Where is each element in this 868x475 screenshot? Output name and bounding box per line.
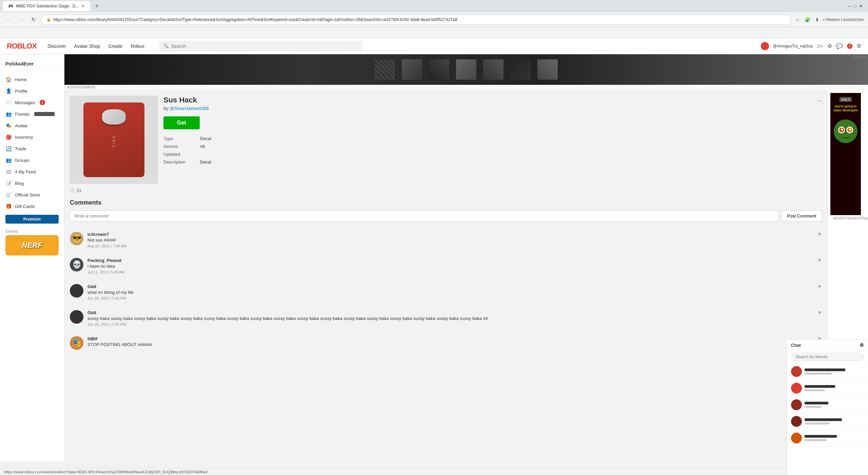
report-ad-link[interactable]: Report xyxy=(854,55,865,59)
comment-body: Packing_Peanut i have no idea Jul 11, 20… xyxy=(87,258,813,274)
svg-point-6 xyxy=(849,129,851,131)
sidebar-home-label: Home xyxy=(15,77,27,82)
comment-flag-icon[interactable]: ⚑ xyxy=(817,258,822,263)
back-button[interactable]: ← xyxy=(4,15,14,24)
comment-flag-icon[interactable]: ⚑ xyxy=(817,310,822,316)
download-icon[interactable]: ⬇ xyxy=(814,16,821,24)
header-more-icon[interactable]: ⚙ xyxy=(856,43,861,49)
comment-username[interactable]: Gdd xyxy=(87,310,813,315)
product-meta: Type Decal Genres All Updated Descriptio… xyxy=(163,136,822,165)
close-window-button[interactable]: ✕ xyxy=(859,4,863,8)
sidebar-item-avatar[interactable]: 🎭 Avatar xyxy=(0,120,64,131)
sidebar-item-official-store[interactable]: 🛒 Official Store xyxy=(0,189,64,201)
sidebar-item-groups[interactable]: 👥 Groups xyxy=(0,154,64,166)
sidebar-gift-cards-label: Gift Cards xyxy=(15,204,35,209)
header-username[interactable]: @AmogusTru_mpSus xyxy=(773,44,813,49)
status-bar: https://www.roblox.com/users/redirect?da… xyxy=(0,468,787,475)
nav-discover[interactable]: Discover xyxy=(47,43,66,49)
nerf-banner[interactable]: NERF xyxy=(5,235,59,255)
chat-item[interactable] xyxy=(787,397,868,413)
comment-flag-icon[interactable]: ⚑ xyxy=(817,284,822,289)
genres-label: Genres xyxy=(163,144,197,149)
sidebar-item-messages[interactable]: ✉️ Messages 1 xyxy=(0,97,64,108)
chat-item[interactable] xyxy=(787,430,868,446)
comment-item: litBif STOP POSTING ABOUT ###### ⚑ xyxy=(70,331,822,355)
nav-create[interactable]: Create xyxy=(108,43,122,49)
sidebar-friends-label: Friends xyxy=(15,112,29,117)
product-layout: FIRE ☆ 21 Sus Hack By @SmartJames53 xyxy=(64,90,827,199)
new-tab-button[interactable]: + xyxy=(92,1,102,11)
doom-title: you're going to super doomspire xyxy=(833,104,858,112)
comment-body: Gdd sussy baka sussy baka sussy baka sus… xyxy=(87,310,813,326)
address-bar[interactable]: 🔒 https://www.roblox.com/library/6445543… xyxy=(41,15,791,25)
sidebar-profile-label: Profile xyxy=(15,89,27,94)
star-icon: ☆ xyxy=(70,187,75,194)
chat-item[interactable] xyxy=(787,363,868,380)
sidebar-trade-label: Trade xyxy=(15,146,26,151)
sidebar-item-friends[interactable]: 👥 Friends xyxy=(0,108,64,120)
right-ad-content[interactable]: play it you're going to super doomspire xyxy=(830,93,861,215)
ad-footer-report[interactable]: Report xyxy=(862,216,868,220)
doom-character xyxy=(832,118,859,145)
bookmark-icon[interactable]: ☆ xyxy=(794,16,801,24)
sidebar-item-inventory[interactable]: 🎒 Inventory xyxy=(0,131,64,143)
url-text: https://www.roblox.com/library/644554315… xyxy=(53,17,457,22)
minimize-button[interactable]: ─ xyxy=(848,4,851,8)
ad-label: ADVERTISEMENT xyxy=(67,86,96,89)
header-chat-icon[interactable]: 💬 xyxy=(836,43,843,49)
tab-title: MMD PDX Satisfaction Stage : D... xyxy=(16,4,79,8)
nav-robux[interactable]: Robux xyxy=(131,43,144,49)
extensions-icon[interactable]: 🧩 xyxy=(803,16,812,24)
blog-icon: 📝 xyxy=(5,180,12,186)
sidebar-premium-button[interactable]: Premium xyxy=(5,215,59,224)
forward-button[interactable]: → xyxy=(16,15,26,24)
chat-info xyxy=(805,435,861,441)
header-settings-icon[interactable]: ⚙ xyxy=(827,43,832,49)
chat-item[interactable] xyxy=(787,380,868,397)
get-button[interactable]: Get xyxy=(163,116,200,129)
sidebar-item-home[interactable]: 🏠 Home xyxy=(0,74,64,85)
main-layout: Polska4Ever 🏠 Home 👤 Profile ✉️ Messages… xyxy=(0,54,868,461)
nerf-text: NERF xyxy=(22,241,42,250)
avatar-icon: 🎭 xyxy=(5,122,12,129)
comment-username[interactable]: ic3cream7 xyxy=(87,232,813,237)
header-notification-badge[interactable]: 2 xyxy=(847,43,852,49)
comment-input[interactable] xyxy=(70,210,778,222)
comment-username[interactable]: Packing_Peanut xyxy=(87,258,813,263)
chat-item[interactable] xyxy=(787,413,868,430)
refresh-button[interactable]: ↻ xyxy=(28,15,38,24)
genres-value: All xyxy=(200,144,822,149)
description-value: Decal xyxy=(200,159,822,165)
inventory-icon: 🎒 xyxy=(5,134,12,140)
comment-username[interactable]: litBif xyxy=(87,336,813,341)
chat-avatar xyxy=(791,383,802,394)
comment-username[interactable]: Gdd xyxy=(87,284,813,289)
search-input[interactable] xyxy=(171,43,359,49)
comment-flag-icon[interactable]: ⚑ xyxy=(817,232,822,237)
sidebar-item-gift-cards[interactable]: 🎁 Gift Cards xyxy=(0,201,64,212)
sidebar-item-my-feed[interactable]: 📰 4 My Feed xyxy=(0,166,64,177)
content-area: ADVERTISEMENT Report FIRE xyxy=(64,54,868,461)
comment-text: i have no idea xyxy=(87,264,813,269)
play-it-button[interactable]: play it xyxy=(840,97,852,102)
browser-tab[interactable]: 🎮 MMD PDX Satisfaction Stage : D... ✕ xyxy=(3,1,90,11)
sidebar-username[interactable]: Polska4Ever xyxy=(5,61,59,66)
status-url: https://www.roblox.com/users/redirect?da… xyxy=(4,470,208,474)
avatar xyxy=(70,232,83,245)
post-comment-button[interactable]: Post Comment xyxy=(781,210,822,222)
tab-close-icon[interactable]: ✕ xyxy=(81,4,85,8)
browser-chrome: 🎮 MMD PDX Satisfaction Stage : D... ✕ + … xyxy=(0,0,868,38)
chat-search-input[interactable] xyxy=(791,353,864,361)
nav-avatar-shop[interactable]: Avatar Shop xyxy=(74,43,100,49)
maximize-button[interactable]: □ xyxy=(854,4,856,8)
product-more-icon[interactable]: ... xyxy=(817,96,822,103)
chat-settings-icon[interactable]: ⚙ xyxy=(860,342,864,348)
sidebar-item-profile[interactable]: 👤 Profile xyxy=(0,85,64,97)
author-link[interactable]: @SmartJames5305 xyxy=(170,106,209,111)
roblox-logo[interactable]: ROBLOX xyxy=(7,42,37,51)
rating-count: 21 xyxy=(77,188,81,193)
sidebar-item-trade[interactable]: 🔄 Trade xyxy=(0,143,64,154)
gift-cards-icon: 🎁 xyxy=(5,203,12,209)
sidebar-item-blog[interactable]: 📝 Blog xyxy=(0,177,64,189)
tab-favicon: 🎮 xyxy=(8,4,13,8)
